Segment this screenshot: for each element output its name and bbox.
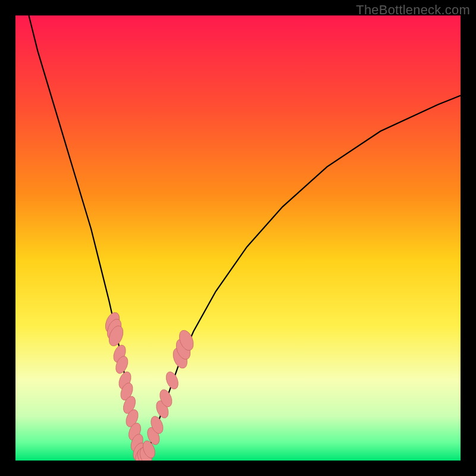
gradient-background xyxy=(15,15,461,461)
bottleneck-chart xyxy=(15,15,461,461)
chart-frame xyxy=(15,15,461,461)
watermark-text: TheBottleneck.com xyxy=(356,2,470,18)
